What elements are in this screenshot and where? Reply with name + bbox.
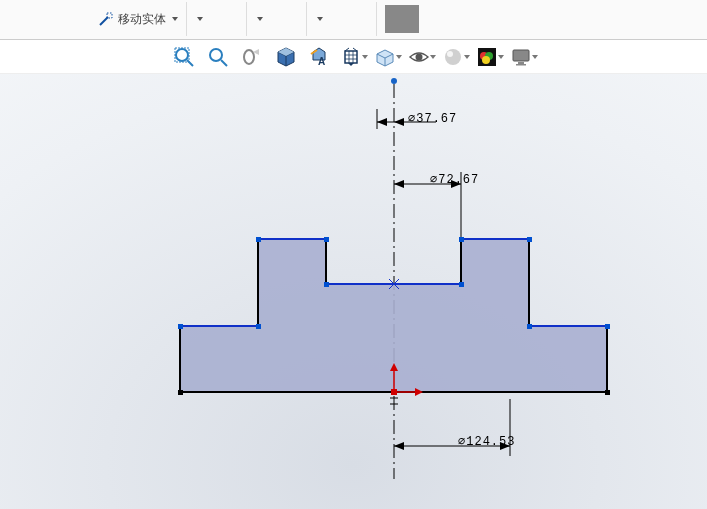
apply-scene-button[interactable] bbox=[476, 43, 504, 71]
svg-rect-35 bbox=[324, 237, 329, 242]
ribbon-group-move: 移动实体 bbox=[90, 2, 187, 36]
annotation-icon: A bbox=[309, 46, 331, 68]
dimension-2-text[interactable]: ⌀72.67 bbox=[430, 172, 479, 187]
dynamic-annotation-button[interactable]: A bbox=[306, 43, 334, 71]
svg-point-4 bbox=[210, 49, 222, 61]
chevron-down-icon bbox=[498, 55, 504, 59]
zoom-fit-button[interactable] bbox=[170, 43, 198, 71]
ribbon-group-2 bbox=[187, 2, 247, 36]
svg-marker-30 bbox=[394, 442, 404, 450]
svg-rect-42 bbox=[178, 390, 183, 395]
section-view-button[interactable] bbox=[272, 43, 300, 71]
svg-point-1 bbox=[176, 49, 188, 61]
svg-rect-32 bbox=[178, 324, 183, 329]
svg-rect-17 bbox=[518, 62, 524, 64]
chevron-down-icon bbox=[430, 55, 436, 59]
svg-rect-41 bbox=[605, 324, 610, 329]
svg-point-11 bbox=[447, 51, 453, 57]
zoom-area-button[interactable] bbox=[204, 43, 232, 71]
dimension-1-text[interactable]: ⌀37.67 bbox=[408, 111, 457, 126]
monitor-icon bbox=[510, 46, 531, 68]
section-icon bbox=[275, 46, 297, 68]
graphics-viewport[interactable]: ⌀37.67 ⌀72.67 ⌀124.53 bbox=[0, 74, 707, 509]
svg-rect-33 bbox=[256, 324, 261, 329]
svg-point-10 bbox=[445, 49, 461, 65]
sphere-icon bbox=[442, 46, 463, 68]
ribbon-group-3 bbox=[247, 2, 307, 36]
dimension-3-text[interactable]: ⌀124.53 bbox=[458, 434, 515, 449]
chevron-down-icon bbox=[257, 17, 263, 21]
svg-marker-22 bbox=[377, 118, 387, 126]
eye-icon bbox=[408, 46, 429, 68]
svg-point-9 bbox=[415, 53, 422, 60]
svg-point-15 bbox=[482, 56, 490, 64]
chevron-down-icon bbox=[362, 55, 368, 59]
chevron-down-icon bbox=[172, 17, 178, 21]
view-orientation-button[interactable] bbox=[340, 43, 368, 71]
svg-line-5 bbox=[221, 60, 227, 66]
magnifier-fit-icon bbox=[173, 46, 195, 68]
svg-rect-50 bbox=[391, 389, 397, 395]
ribbon-dropdown-4[interactable] bbox=[315, 4, 323, 34]
svg-rect-18 bbox=[516, 64, 526, 66]
chevron-down-icon bbox=[197, 17, 203, 21]
display-style-button[interactable] bbox=[374, 43, 402, 71]
ribbon-group-4 bbox=[307, 2, 377, 36]
move-entity-button[interactable]: 移动实体 bbox=[98, 4, 178, 34]
svg-marker-23 bbox=[394, 118, 404, 126]
sketch-overlay bbox=[0, 74, 707, 509]
display-style-icon bbox=[374, 46, 395, 68]
svg-rect-40 bbox=[527, 324, 532, 329]
hide-show-button[interactable] bbox=[408, 43, 436, 71]
view-settings-button[interactable] bbox=[510, 43, 538, 71]
svg-text:A: A bbox=[318, 56, 325, 67]
flashlight-icon bbox=[241, 46, 263, 68]
svg-rect-34 bbox=[256, 237, 261, 242]
svg-rect-16 bbox=[513, 50, 529, 61]
ribbon-toolbar: 移动实体 bbox=[0, 0, 707, 40]
svg-rect-37 bbox=[459, 282, 464, 287]
svg-rect-39 bbox=[527, 237, 532, 242]
magnifier-icon bbox=[207, 46, 229, 68]
previous-view-button[interactable] bbox=[238, 43, 266, 71]
svg-point-6 bbox=[244, 50, 254, 64]
orientation-icon bbox=[340, 46, 361, 68]
svg-line-2 bbox=[187, 60, 193, 66]
chevron-down-icon bbox=[532, 55, 538, 59]
ribbon-dropdown-2[interactable] bbox=[195, 4, 203, 34]
color-swatch[interactable] bbox=[385, 5, 419, 33]
scene-icon bbox=[476, 46, 497, 68]
svg-rect-36 bbox=[324, 282, 329, 287]
view-toolbar: A bbox=[0, 40, 707, 74]
move-entity-icon bbox=[98, 11, 114, 27]
svg-marker-26 bbox=[394, 180, 404, 188]
ribbon-group-5 bbox=[377, 2, 427, 36]
svg-rect-8 bbox=[345, 51, 357, 63]
ribbon-dropdown-3[interactable] bbox=[255, 4, 263, 34]
svg-rect-38 bbox=[459, 237, 464, 242]
edit-appearance-button[interactable] bbox=[442, 43, 470, 71]
svg-rect-43 bbox=[605, 390, 610, 395]
chevron-down-icon bbox=[317, 17, 323, 21]
move-entity-label: 移动实体 bbox=[118, 11, 166, 28]
chevron-down-icon bbox=[396, 55, 402, 59]
chevron-down-icon bbox=[464, 55, 470, 59]
